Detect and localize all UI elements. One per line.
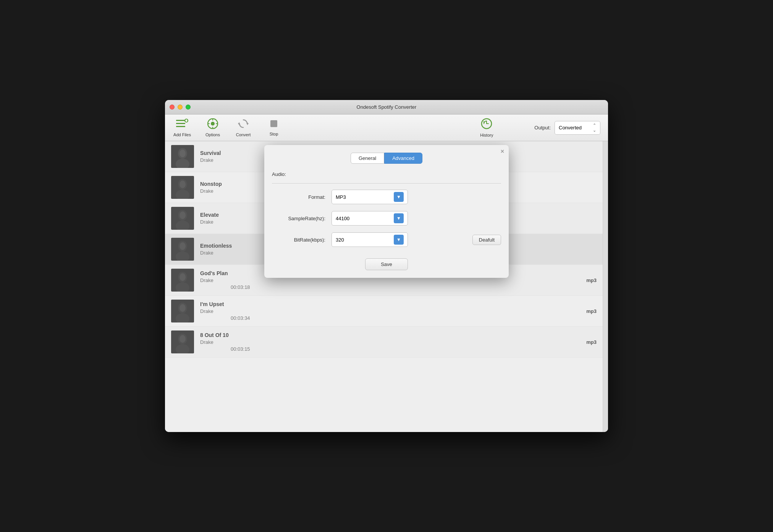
traffic-lights	[170, 105, 191, 110]
format-select[interactable]: MP3 ▼	[332, 190, 408, 204]
stop-button[interactable]: Stop	[264, 119, 283, 136]
modal-footer: Save	[272, 258, 501, 270]
bitrate-arrow-icon: ▼	[394, 235, 404, 245]
settings-modal: × General Advanced Audio: Format: MP3 ▼	[264, 145, 509, 278]
modal-tabs: General Advanced	[272, 153, 501, 164]
output-label: Output:	[534, 125, 551, 131]
svg-marker-12	[247, 122, 249, 125]
modal-overlay: × General Advanced Audio: Format: MP3 ▼	[165, 141, 608, 432]
svg-rect-14	[270, 120, 277, 127]
svg-rect-0	[176, 120, 185, 121]
svg-marker-13	[238, 122, 239, 125]
stop-icon	[269, 119, 278, 130]
close-button[interactable]	[170, 105, 175, 110]
samplerate-value: 44100	[336, 216, 349, 221]
svg-rect-5	[185, 120, 188, 121]
format-value: MP3	[336, 194, 346, 200]
format-arrow-icon: ▼	[394, 192, 404, 202]
svg-rect-11	[216, 123, 218, 124]
convert-icon	[238, 118, 249, 131]
convert-label: Convert	[236, 132, 251, 137]
bitrate-label: BitRate(kbps):	[272, 237, 325, 243]
modal-close-button[interactable]: ×	[501, 148, 504, 155]
add-files-button[interactable]: Add Files	[173, 118, 192, 137]
maximize-button[interactable]	[186, 105, 191, 110]
samplerate-select[interactable]: 44100 ▼	[332, 211, 408, 226]
window-title: Ondesoft Spotify Converter	[357, 104, 417, 110]
tab-advanced[interactable]: Advanced	[384, 153, 422, 164]
tab-general[interactable]: General	[351, 153, 384, 164]
save-button[interactable]: Save	[365, 258, 408, 270]
add-files-icon	[176, 118, 188, 131]
audio-section-label: Audio:	[272, 171, 501, 177]
history-icon	[481, 118, 492, 131]
svg-rect-1	[176, 123, 185, 124]
options-label: Options	[205, 132, 220, 137]
format-row: Format: MP3 ▼	[272, 190, 501, 204]
samplerate-label: SampleRate(hz):	[272, 216, 325, 221]
divider	[272, 183, 501, 184]
options-button[interactable]: Options	[203, 118, 222, 137]
samplerate-row: SampleRate(hz): 44100 ▼	[272, 211, 501, 226]
svg-rect-2	[176, 126, 185, 127]
samplerate-arrow-icon: ▼	[394, 213, 404, 223]
bitrate-select[interactable]: 320 ▼	[332, 232, 408, 247]
history-label: History	[480, 133, 493, 137]
output-chevron-icon: ⌃⌄	[593, 123, 596, 133]
stop-label: Stop	[270, 132, 278, 136]
content-area: Survival Drake Nonstop Drake Elevate	[165, 141, 608, 432]
format-label: Format:	[272, 194, 325, 200]
svg-rect-9	[212, 127, 213, 129]
svg-point-7	[211, 122, 215, 126]
bitrate-value: 320	[336, 237, 344, 243]
minimize-button[interactable]	[178, 105, 183, 110]
output-area: Output: Converted ⌃⌄	[534, 121, 600, 135]
output-select[interactable]: Converted ⌃⌄	[555, 121, 600, 135]
toolbar: Add Files Options	[165, 114, 608, 141]
convert-button[interactable]: Convert	[234, 118, 253, 137]
main-window: Ondesoft Spotify Converter Add Files	[165, 100, 608, 432]
output-value: Converted	[559, 125, 582, 131]
bitrate-row: BitRate(kbps): 320 ▼ Deafult	[272, 232, 501, 247]
svg-rect-10	[207, 123, 210, 124]
default-button[interactable]: Deafult	[472, 235, 501, 245]
add-files-label: Add Files	[173, 132, 191, 137]
titlebar: Ondesoft Spotify Converter	[165, 100, 608, 114]
history-button[interactable]: History	[477, 118, 496, 137]
options-icon	[207, 118, 218, 131]
svg-rect-8	[212, 118, 213, 121]
